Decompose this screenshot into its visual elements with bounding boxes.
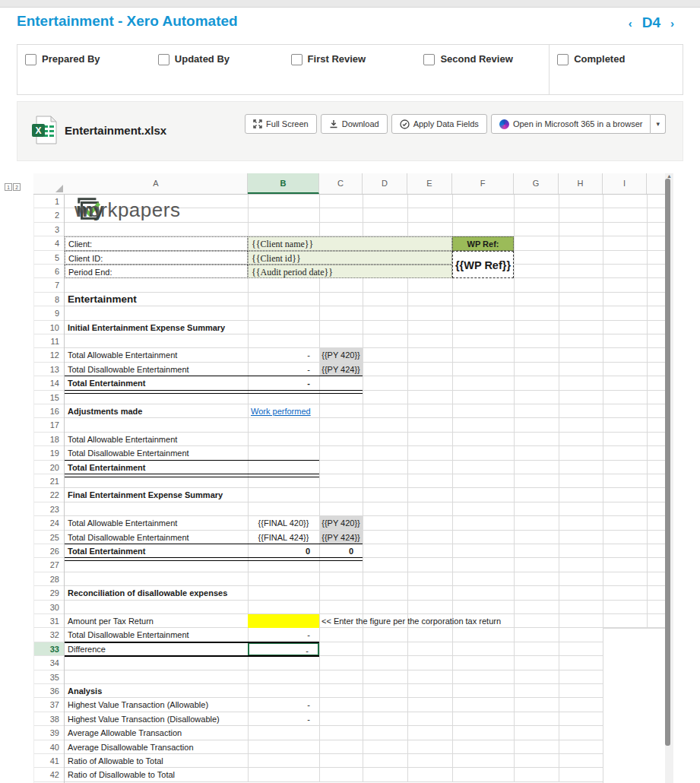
cell-A40[interactable]: Average Disallowable Transaction bbox=[65, 740, 248, 754]
cell-A39[interactable]: Average Allowable Transaction bbox=[65, 726, 248, 740]
row-header-12[interactable]: 12 bbox=[33, 348, 65, 362]
first-review-checkbox[interactable] bbox=[291, 54, 302, 65]
cell-B5[interactable]: {{Client id}} bbox=[248, 251, 452, 265]
cell-B24[interactable]: {{FINAL 420}} bbox=[248, 516, 319, 530]
cell-B37[interactable]: - bbox=[248, 698, 319, 712]
full-screen-button[interactable]: Full Screen bbox=[245, 114, 317, 134]
row-header-7[interactable]: 7 bbox=[33, 278, 65, 292]
cell-A12[interactable]: Total Allowable Entertainment bbox=[65, 348, 248, 362]
cell-A41[interactable]: Ratio of Allowable to Total bbox=[65, 754, 248, 768]
row-header-9[interactable]: 9 bbox=[33, 306, 65, 320]
row-header-15[interactable]: 15 bbox=[33, 391, 65, 404]
cell-B26[interactable]: 0 bbox=[248, 544, 319, 558]
cell-A42[interactable]: Ratio of Disallowable to Total bbox=[65, 768, 248, 781]
cell-A31[interactable]: Amount per Tax Return bbox=[65, 614, 248, 628]
cell-B38[interactable]: - bbox=[248, 712, 319, 726]
column-header-F[interactable]: F bbox=[452, 173, 514, 194]
cell-A5[interactable]: Client ID: bbox=[65, 251, 248, 265]
download-button[interactable]: Download bbox=[321, 114, 388, 134]
cell-A8[interactable]: Entertainment bbox=[65, 293, 248, 306]
column-header-D[interactable]: D bbox=[363, 173, 407, 194]
row-header-18[interactable]: 18 bbox=[33, 433, 65, 446]
cell-B25[interactable]: {{FINAL 424}} bbox=[248, 531, 319, 544]
row-header-24[interactable]: 24 bbox=[33, 516, 65, 530]
row-header-40[interactable]: 40 bbox=[33, 740, 65, 754]
row-header-4[interactable]: 4 bbox=[33, 236, 65, 250]
row-header-35[interactable]: 35 bbox=[33, 670, 65, 684]
column-header-B[interactable]: B bbox=[248, 173, 319, 194]
scrollbar-thumb[interactable] bbox=[665, 179, 670, 746]
row-header-26[interactable]: 26 bbox=[33, 544, 65, 558]
cell-A19[interactable]: Total Disallowable Entertainment bbox=[65, 446, 248, 460]
cell-C26[interactable]: 0 bbox=[319, 544, 363, 558]
cell-C24[interactable]: {{PY 420}} bbox=[319, 516, 363, 530]
row-header-5[interactable]: 5 bbox=[33, 251, 65, 265]
cell-A24[interactable]: Total Allowable Entertainment bbox=[65, 516, 248, 530]
row-header-21[interactable]: 21 bbox=[33, 474, 65, 488]
cell-B16[interactable]: Work performed bbox=[248, 404, 319, 418]
cell-A38[interactable]: Highest Value Transaction (Disallowable) bbox=[65, 712, 248, 726]
row-header-28[interactable]: 28 bbox=[33, 572, 65, 586]
column-header-A[interactable]: A bbox=[65, 173, 248, 194]
prev-workpaper-button[interactable]: ‹ bbox=[629, 17, 632, 30]
cell-A36[interactable]: Analysis bbox=[65, 684, 248, 698]
row-header-41[interactable]: 41 bbox=[33, 754, 65, 768]
prepared-by-checkbox[interactable] bbox=[25, 54, 36, 65]
cell-A25[interactable]: Total Disallowable Entertainment bbox=[65, 531, 248, 544]
cell-A10[interactable]: Initial Entertainment Expense Summary bbox=[65, 321, 248, 334]
row-header-33[interactable]: 33 bbox=[33, 642, 65, 656]
cell-A37[interactable]: Highest Value Transaction (Allowable) bbox=[65, 698, 248, 712]
row-header-23[interactable]: 23 bbox=[33, 502, 65, 516]
column-header-G[interactable]: G bbox=[514, 173, 559, 194]
row-header-25[interactable]: 25 bbox=[33, 531, 65, 544]
row-header-32[interactable]: 32 bbox=[33, 628, 65, 642]
cell-B4[interactable]: {{Client name}} bbox=[248, 236, 452, 250]
row-header-16[interactable]: 16 bbox=[33, 404, 65, 418]
scroll-up-button[interactable]: ▲ bbox=[665, 173, 673, 179]
next-workpaper-button[interactable]: › bbox=[670, 17, 674, 30]
cell-C13[interactable]: {{PY 424}} bbox=[319, 363, 363, 376]
cell-B13[interactable]: - bbox=[248, 363, 319, 376]
row-header-29[interactable]: 29 bbox=[33, 586, 65, 600]
row-header-39[interactable]: 39 bbox=[33, 726, 65, 740]
column-header-H[interactable]: H bbox=[559, 173, 603, 194]
second-review-checkbox[interactable] bbox=[423, 54, 435, 65]
cell-A6[interactable]: Period End: bbox=[65, 265, 248, 278]
cell-A18[interactable]: Total Allowable Entertainment bbox=[65, 433, 248, 446]
column-header-partial[interactable] bbox=[647, 173, 666, 194]
cell-F4[interactable]: WP Ref: bbox=[452, 236, 514, 250]
row-header-13[interactable]: 13 bbox=[33, 363, 65, 376]
column-header-E[interactable]: E bbox=[407, 173, 452, 194]
cell-C31[interactable]: << Enter the figure per the corporation … bbox=[319, 614, 514, 628]
column-header-C[interactable]: C bbox=[319, 173, 363, 194]
apply-data-fields-button[interactable]: Apply Data Fields bbox=[391, 114, 487, 134]
cell-C12[interactable]: {{PY 420}} bbox=[319, 348, 363, 362]
open-365-menu-button[interactable]: ▾ bbox=[651, 114, 666, 134]
row-header-14[interactable]: 14 bbox=[33, 376, 65, 390]
cell-B32[interactable]: - bbox=[248, 628, 319, 642]
cell-B12[interactable]: - bbox=[248, 348, 319, 362]
row-header-36[interactable]: 36 bbox=[33, 684, 65, 698]
cell-A20[interactable]: Total Entertainment bbox=[65, 461, 248, 474]
row-header-10[interactable]: 10 bbox=[33, 321, 65, 334]
outline-level-1-button[interactable]: 1 bbox=[5, 183, 12, 191]
cell-B31[interactable] bbox=[248, 614, 319, 628]
row-header-2[interactable]: 2 bbox=[33, 208, 65, 222]
cell-A4[interactable]: Client: bbox=[65, 236, 248, 250]
row-header-38[interactable]: 38 bbox=[33, 712, 65, 726]
updated-by-checkbox[interactable] bbox=[158, 54, 169, 65]
row-header-1[interactable]: 1 bbox=[33, 195, 65, 208]
open-in-microsoft-365-button[interactable]: Open in Microsoft 365 in a browser bbox=[491, 114, 651, 134]
cell-B14[interactable]: - bbox=[248, 376, 319, 390]
row-header-3[interactable]: 3 bbox=[33, 223, 65, 236]
vertical-scrollbar[interactable]: ▲ bbox=[665, 173, 673, 783]
row-header-22[interactable]: 22 bbox=[33, 488, 65, 502]
row-header-42[interactable]: 42 bbox=[33, 768, 65, 781]
row-header-11[interactable]: 11 bbox=[33, 334, 65, 348]
completed-checkbox[interactable] bbox=[557, 54, 569, 65]
cell-B6[interactable]: {{Audit period date}} bbox=[248, 265, 452, 278]
row-header-37[interactable]: 37 bbox=[33, 698, 65, 712]
row-header-6[interactable]: 6 bbox=[33, 265, 65, 278]
cell-A29[interactable]: Reconciliation of disallowable expenses bbox=[65, 586, 248, 600]
cell-B33[interactable]: - bbox=[248, 642, 319, 656]
